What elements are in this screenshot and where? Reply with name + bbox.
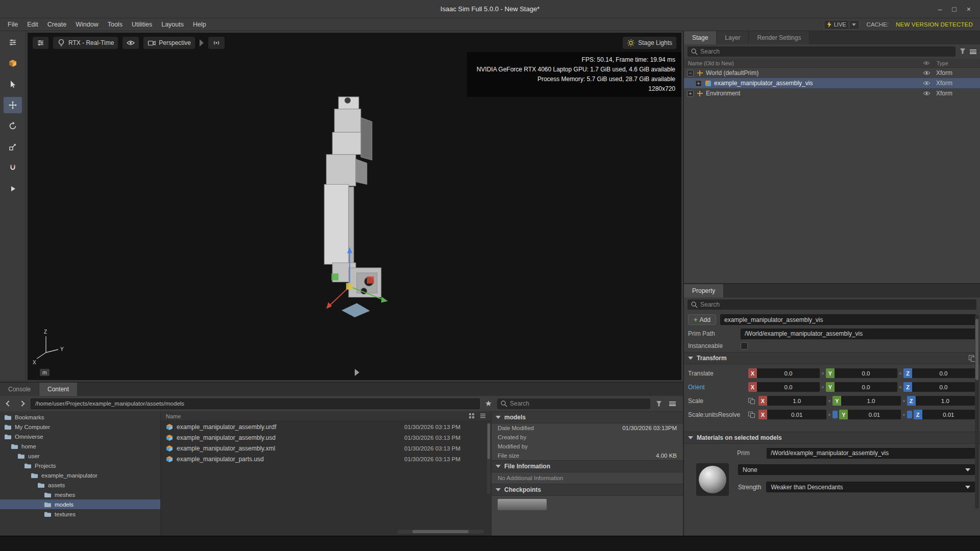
close-button[interactable]: × [967,5,971,13]
z-axis-value[interactable]: 1.0 [916,396,975,406]
viewport-settings-button[interactable] [33,37,48,49]
folder-tree-row[interactable]: user [0,451,160,461]
maximize-button[interactable]: □ [952,5,956,13]
material-preview[interactable] [696,463,729,496]
property-scrollbar[interactable] [975,315,979,509]
prim-name[interactable]: World (defaultPrim) [706,69,920,77]
units-badge[interactable]: m [40,369,50,376]
forward-icon[interactable] [17,399,27,408]
live-caret-icon[interactable] [852,23,856,26]
material-select-dropdown[interactable]: None [738,464,975,475]
y-axis-field[interactable]: Y 0.01 [832,410,900,419]
x-axis-field[interactable]: X 0.01 [758,410,826,419]
folder-tree-row[interactable]: My Computer [0,422,160,432]
x-axis-value[interactable]: 1.0 [767,396,826,406]
content-tab[interactable]: Content [39,383,78,396]
move-tool-icon[interactable] [4,97,22,113]
expander-toggle[interactable]: + [695,80,702,87]
stage-filter-icon[interactable] [959,47,966,56]
file-list-vertical-scrollbar[interactable] [487,422,491,494]
bookmark-star-icon[interactable] [484,399,493,408]
y-axis-field[interactable]: Y 0.0 [826,368,897,378]
content-search-input[interactable] [510,400,647,407]
link-components-icon[interactable] [748,412,756,418]
file-row[interactable]: example_manipulator_assembly.usd 01/30/2… [161,432,491,443]
stage-search-box[interactable] [688,46,955,57]
stage-tree-row[interactable]: + Environment Xform [684,88,980,98]
prim-path-input[interactable] [741,329,976,339]
instanceable-checkbox[interactable] [741,342,748,349]
back-icon[interactable] [4,399,13,408]
content-search-box[interactable] [497,398,650,409]
z-axis-field[interactable]: Z 0.01 [907,410,975,419]
scale-tool-icon[interactable] [4,139,22,155]
version-alert-label[interactable]: NEW VERSION DETECTED [896,21,973,28]
file-list-horizontal-scrollbar[interactable] [397,530,484,534]
x-axis-value[interactable]: 0.0 [757,382,820,392]
z-axis-field[interactable]: Z 0.0 [903,368,975,378]
camera-dropdown[interactable]: Perspective [143,37,195,49]
details-folder-section[interactable]: models [492,411,683,423]
expander-toggle[interactable]: − [687,70,694,77]
y-axis-value[interactable]: 1.0 [841,396,900,406]
menu-item[interactable]: Utilities [127,21,157,28]
z-axis-value[interactable]: 0.0 [912,382,975,392]
filter-icon[interactable] [654,399,664,408]
x-axis-value[interactable]: 0.0 [757,368,820,378]
z-axis-field[interactable]: Z 1.0 [907,396,975,406]
file-row[interactable]: example_manipulator_assembly.xml 01/30/2… [161,443,491,454]
folder-tree-row[interactable]: meshes [0,490,160,499]
y-axis-field[interactable]: Y 0.0 [826,382,897,392]
material-prim-input[interactable] [767,448,975,459]
prim-name[interactable]: Environment [706,90,920,97]
visibility-column-header[interactable] [920,61,933,65]
viewport-3d[interactable]: RTX - Real-Time [28,33,681,380]
stage-tab[interactable]: Layer [717,31,749,44]
menu-item[interactable]: Window [71,21,103,28]
minimize-button[interactable]: – [938,5,942,13]
menu-item[interactable]: File [3,21,22,28]
menu-item[interactable]: Create [43,21,71,28]
x-axis-field[interactable]: X 0.0 [748,368,820,378]
select-tool-icon[interactable] [4,76,22,92]
y-axis-field[interactable]: Y 1.0 [832,396,900,406]
checkpoint-row[interactable] [492,496,683,513]
folder-tree-row[interactable]: textures [0,509,160,519]
visibility-menu-button[interactable] [122,37,139,49]
expander-toggle[interactable]: + [687,90,694,97]
strength-dropdown[interactable]: Weaker than Descendants [766,482,975,492]
materials-section-header[interactable]: Materials on selected models [684,432,980,444]
stage-tab[interactable]: Render Settings [749,31,810,44]
stage-tab[interactable]: Stage [684,31,717,44]
folder-tree-row[interactable]: Bookmarks [0,412,160,422]
renderer-dropdown[interactable]: RTX - Real-Time [53,37,118,49]
assets-cube-icon[interactable] [4,55,22,71]
timeline-expand-arrow[interactable] [355,369,359,376]
visibility-eye-icon[interactable] [920,70,933,76]
name-column-header[interactable]: Name [166,413,181,419]
menu-item[interactable]: Help [188,21,211,28]
y-axis-value[interactable]: 0.01 [848,410,900,419]
stage-search-input[interactable] [700,48,952,55]
live-sync-button[interactable]: LIVE [824,20,860,30]
list-view-icon[interactable] [480,413,486,420]
layout-menu-icon[interactable] [4,34,22,51]
folder-tree-row[interactable]: Projects [0,461,160,470]
name-column-header[interactable]: Name (Old to New) [688,60,920,66]
z-axis-field[interactable]: Z 0.0 [903,382,975,392]
path-input[interactable] [31,398,480,409]
transform-section-header[interactable]: Transform [684,352,980,364]
prim-name-input[interactable] [720,314,976,325]
y-axis-value[interactable]: 0.0 [835,382,897,392]
titlebar[interactable]: Isaac Sim Full 5.0.0 - New Stage* – □ × [0,0,980,18]
visibility-eye-icon[interactable] [920,81,933,86]
prim-name[interactable]: example_manipulator_assembly_vis [714,80,920,87]
content-tab[interactable]: Console [0,383,39,396]
checkpoints-section[interactable]: Checkpoints [492,484,683,496]
file-row[interactable]: example_manipulator_parts.usd 01/30/2026… [161,454,491,464]
x-axis-field[interactable]: X 0.0 [748,382,820,392]
folder-tree-row[interactable]: models [0,499,160,509]
type-column-header[interactable]: Type [933,60,980,66]
x-axis-field[interactable]: X 1.0 [758,396,826,406]
menu-item[interactable]: Layouts [157,21,188,28]
